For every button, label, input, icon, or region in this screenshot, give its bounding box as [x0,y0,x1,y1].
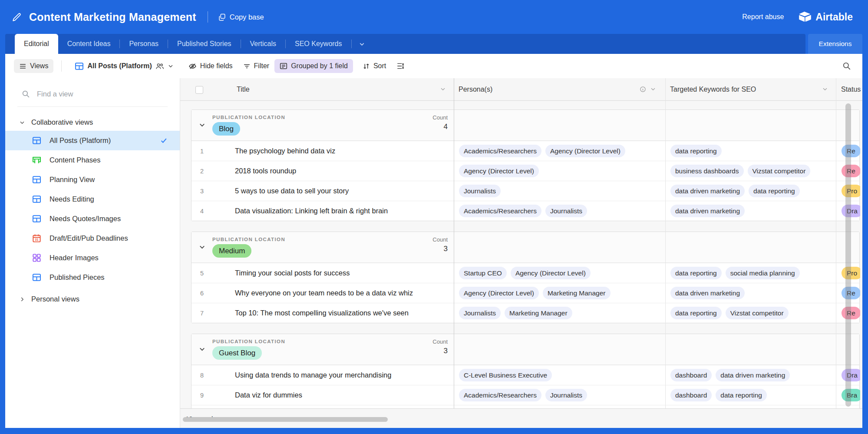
sidebar-item-needs-quotes-images[interactable]: Needs Quotes/Images [5,209,180,229]
sidebar-item-needs-editing[interactable]: Needs Editing [5,189,180,209]
sidebar-item-label: Needs Quotes/Images [50,215,121,223]
column-header-personas[interactable]: Persona(s) [459,78,492,101]
cell-keywords[interactable]: data reporting [666,405,836,408]
cell-personas[interactable]: Academics/ResearchersJournalists [454,201,666,221]
cell-title[interactable]: Data visualization: Linking left brain &… [235,201,452,221]
cell-title[interactable]: Using data trends to manage your merchan… [235,365,452,385]
row-number[interactable]: 5 [191,263,231,283]
sidebar-item-label: Content Phases [50,156,100,164]
cell-title[interactable]: Data viz for dummies [235,385,452,405]
report-abuse-link[interactable]: Report abuse [742,13,784,21]
cell-personas[interactable]: Agency (Director Level) [454,161,666,181]
row-number[interactable]: 2 [191,161,231,181]
cell-keywords[interactable]: dashboarddata reporting [666,385,836,405]
tab-seo-keywords[interactable]: SEO Keywords [286,34,351,54]
grid-header-row: Title Persona(s) Targeted Keywords for S… [180,78,862,101]
cell-title[interactable]: Has data visualization changed the busin… [235,405,452,408]
filter-button[interactable]: Filter [238,59,275,73]
tab-editorial[interactable]: Editorial [15,34,58,54]
group-value-chip[interactable]: Medium [212,244,251,258]
hide-fields-button[interactable]: Hide fields [183,59,238,73]
cell-title[interactable]: Why everyone on your team needs to be a … [235,283,452,303]
vertical-scrollbar[interactable] [845,103,851,407]
collapse-group-chevron[interactable] [198,345,206,353]
cell-personas[interactable]: JournalistsMarketing Manager [454,303,666,323]
sidebar-item-header-images[interactable]: Header Images [5,248,180,268]
find-view-input[interactable] [36,89,146,99]
cell-keywords[interactable]: data driven marketingdata reporting [666,181,836,201]
row-number[interactable]: 9 [191,385,231,405]
sidebar-item-planning-view[interactable]: Planning View [5,170,180,189]
cell-title[interactable]: The psychology behind data viz [235,141,452,161]
column-header-status[interactable]: Status [841,78,861,101]
sidebar-item-all-posts-platform-[interactable]: All Posts (Platform) [5,131,180,150]
views-button[interactable]: Views [14,59,53,73]
tab-verticals[interactable]: Verticals [241,34,285,54]
pencil-icon[interactable] [11,12,22,23]
chevron-down-icon[interactable] [822,86,828,92]
view-list: All Posts (Platform)Content PhasesPlanni… [5,131,180,287]
row-number[interactable]: 10 [191,405,231,408]
cell-keywords[interactable]: business dashboardsVizstat competitor [666,161,836,181]
column-header-keywords[interactable]: Targeted Keywords for SEO [670,78,756,101]
row-number[interactable]: 3 [191,181,231,201]
group-button[interactable]: Grouped by 1 field [274,59,353,73]
personal-views-section[interactable]: Personal views [19,295,180,303]
cell-title[interactable]: 2018 tools roundup [235,161,452,181]
sidebar-item-draft-edit-pub-deadlines[interactable]: 31Draft/Edit/Pub Deadlines [5,229,180,248]
group-value-chip[interactable]: Blog [212,122,240,136]
row-height-button[interactable] [391,59,409,73]
cell-title[interactable]: Top 10: The most compelling visualizatio… [235,303,452,323]
row-number[interactable]: 8 [191,365,231,385]
airtable-logo[interactable]: Airtable [799,11,853,23]
tab-published-stories[interactable]: Published Stories [168,34,241,54]
collapse-group-chevron[interactable] [198,121,206,129]
more-tables-chevron[interactable] [354,41,370,47]
sidebar-item-published-pieces[interactable]: Published Pieces [5,268,180,287]
cell-personas[interactable]: JournalistsAcademics/Researchers [454,405,666,408]
chevron-down-icon[interactable] [650,86,656,92]
cell-keywords[interactable]: dashboarddata driven marketing [666,365,836,385]
tab-personas[interactable]: Personas [120,34,168,54]
cell-title[interactable]: Timing your social posts for success [235,263,452,283]
cell-keywords[interactable]: data driven marketing [666,283,836,303]
collaborative-views-section[interactable]: Collaborative views [19,118,180,126]
cell-personas[interactable]: Academics/ResearchersAgency (Director Le… [454,141,666,161]
grid-view-icon [32,273,41,282]
cell-keywords[interactable]: data reportingVizstat competitor [666,303,836,323]
cell-keywords[interactable]: data reporting [666,141,836,161]
cell-personas[interactable]: Startup CEOAgency (Director Level) [454,263,666,283]
row-number[interactable]: 7 [191,303,231,323]
sidebar-item-content-phases[interactable]: Content Phases [5,150,180,170]
select-all-checkbox[interactable] [195,86,203,94]
top-bar-right: Report abuse Airtable [742,11,853,23]
cell-personas[interactable]: Agency (Director Level)Marketing Manager [454,283,666,303]
filter-icon [243,63,251,70]
cell-keywords[interactable]: data driven marketing [666,201,836,221]
tab-content-ideas[interactable]: Content Ideas [58,34,120,54]
column-header-title[interactable]: Title [237,78,250,101]
info-icon[interactable] [640,86,646,93]
cell-title[interactable]: 5 ways to use data to sell your story [235,181,452,201]
cell-personas[interactable]: C-Level Business Executive [454,365,666,385]
chevron-down-icon[interactable] [440,86,446,92]
row-number[interactable]: 4 [191,201,231,221]
table-row: 4Data visualization: Linking left brain … [191,201,859,221]
keyword-chip: dashboard [670,389,712,401]
extensions-button[interactable]: Extensions [808,34,862,54]
copy-base-button[interactable]: Copy base [218,13,264,21]
cell-keywords[interactable]: data reportingsocial media planning [666,263,836,283]
cell-personas[interactable]: Academics/ResearchersJournalists [454,385,666,405]
row-number[interactable]: 6 [191,283,231,303]
keyword-chip: business dashboards [670,165,744,177]
group-value-chip[interactable]: Guest Blog [212,346,262,360]
calendar-view-icon: 31 [32,234,41,243]
cell-personas[interactable]: Journalists [454,181,666,201]
view-switcher[interactable]: All Posts (Platform) [69,59,178,74]
collapse-group-chevron[interactable] [198,243,206,251]
sort-button[interactable]: Sort [357,59,391,73]
persona-chip: Academics/Researchers [459,205,541,217]
horizontal-scrollbar[interactable] [183,417,388,422]
search-button[interactable] [842,62,851,70]
row-number[interactable]: 1 [191,141,231,161]
